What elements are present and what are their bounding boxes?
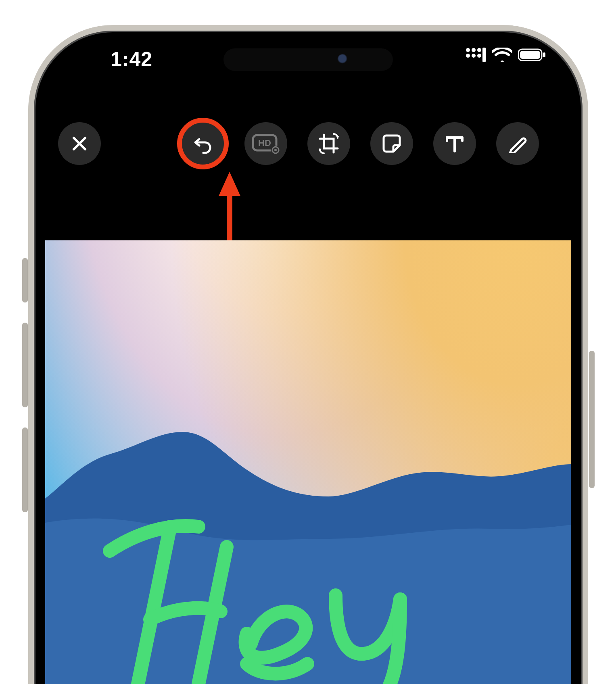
svg-point-14 [274, 149, 277, 151]
battery-icon [518, 48, 546, 62]
phone-side-button [22, 428, 28, 512]
cellular-signal-icon [466, 48, 487, 62]
text-icon [445, 133, 464, 154]
crop-rotate-icon [317, 132, 340, 155]
svg-text:HD: HD [258, 138, 271, 148]
sticker-button[interactable] [370, 122, 413, 165]
photo-canvas[interactable] [45, 240, 571, 684]
svg-point-0 [466, 48, 470, 52]
svg-point-5 [477, 54, 481, 58]
svg-rect-9 [543, 52, 545, 57]
status-bar: 1:42 [34, 48, 583, 72]
editor-toolbar: HD [34, 119, 583, 168]
sticker-icon [381, 133, 402, 154]
crop-button[interactable] [307, 122, 350, 165]
pencil-icon [508, 134, 527, 153]
undo-icon [193, 133, 213, 154]
phone-side-button [22, 258, 28, 302]
draw-button[interactable] [496, 122, 539, 165]
phone-side-button [22, 323, 28, 407]
svg-point-4 [472, 54, 476, 58]
close-icon [71, 135, 88, 152]
svg-marker-20 [219, 172, 240, 196]
svg-point-2 [477, 48, 481, 52]
svg-rect-6 [482, 48, 486, 62]
svg-rect-8 [520, 51, 540, 59]
undo-button[interactable] [182, 122, 224, 165]
svg-point-1 [472, 48, 476, 52]
status-indicators [466, 48, 546, 62]
hd-quality-button[interactable]: HD [244, 122, 287, 165]
hd-icon: HD [252, 133, 280, 154]
status-time: 1:42 [111, 48, 152, 71]
phone-frame: 1:42 [28, 25, 588, 684]
text-button[interactable] [433, 122, 476, 165]
wifi-icon [492, 48, 512, 62]
phone-side-button [589, 351, 595, 488]
close-button[interactable] [58, 122, 101, 165]
handwritten-drawing [118, 494, 481, 684]
svg-point-3 [466, 54, 470, 58]
